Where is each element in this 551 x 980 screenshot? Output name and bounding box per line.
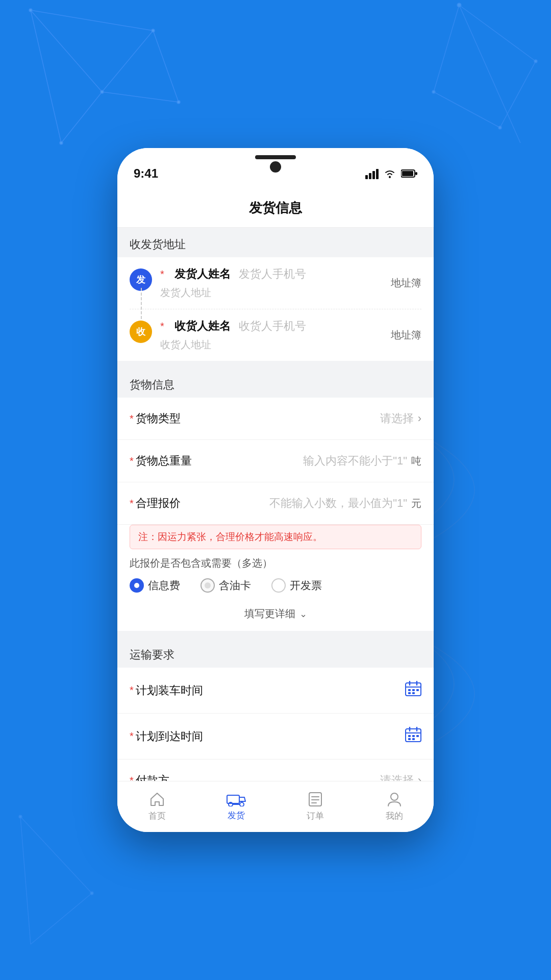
goods-price-row[interactable]: * 合理报价 不能输入小数，最小值为"1" 元: [117, 482, 434, 525]
svg-line-21: [20, 817, 92, 893]
nav-item-ship[interactable]: 发货: [196, 788, 276, 825]
svg-rect-42: [412, 692, 415, 694]
sender-row[interactable]: 发 * 发货人姓名 发货人手机号 发货人地址 地址簿: [130, 257, 421, 309]
signal-icon: [365, 168, 379, 179]
user-icon: [387, 792, 402, 807]
chevron-right-icon: ›: [418, 412, 421, 425]
svg-rect-52: [227, 795, 239, 803]
nav-item-orders[interactable]: 订单: [276, 788, 355, 826]
status-bar: 9:41: [117, 148, 434, 189]
goods-section-label: 货物信息: [117, 368, 434, 398]
load-time-row[interactable]: * 计划装车时间: [117, 668, 434, 714]
gap-1: [117, 361, 434, 368]
arrive-time-value: [203, 727, 421, 746]
nav-item-home[interactable]: 首页: [117, 788, 196, 826]
svg-line-15: [434, 5, 459, 92]
arrive-time-row[interactable]: * 计划到达时间: [117, 714, 434, 760]
load-time-value: [203, 681, 421, 700]
option-invoice[interactable]: 开发票: [271, 578, 322, 593]
receiver-avatar: 收: [130, 321, 152, 343]
svg-rect-39: [412, 689, 415, 691]
svg-rect-29: [376, 169, 379, 179]
sender-info: * 发货人姓名 发货人手机号 发货人地址: [160, 266, 391, 300]
svg-point-20: [432, 90, 435, 93]
svg-point-54: [240, 802, 244, 806]
svg-line-22: [31, 893, 92, 944]
notch-bar: [255, 155, 296, 159]
calendar-icon-2[interactable]: [405, 727, 421, 746]
svg-rect-51: [412, 738, 415, 740]
svg-point-9: [60, 141, 63, 144]
svg-rect-41: [408, 692, 411, 694]
receiver-info: * 收货人姓名 收货人手机号 收货人地址: [160, 318, 391, 352]
screen-content[interactable]: 收发货地址 发 * 发货人姓名 发货人手机号 发货人地址: [117, 228, 434, 781]
svg-line-4: [102, 31, 153, 92]
goods-weight-value: 输入内容不能小于"1" 吨: [192, 453, 421, 469]
svg-point-10: [152, 29, 155, 32]
receiver-address-book[interactable]: 地址簿: [391, 328, 421, 342]
svg-point-30: [389, 176, 391, 178]
svg-rect-38: [408, 689, 411, 691]
option-oil-card[interactable]: 含油卡: [201, 578, 251, 593]
svg-rect-50: [408, 738, 411, 740]
option-info-fee[interactable]: 信息费: [130, 578, 180, 593]
radio-invoice[interactable]: [271, 578, 286, 593]
nav-item-mine[interactable]: 我的: [355, 788, 434, 826]
camera: [270, 161, 281, 173]
svg-rect-27: [369, 173, 371, 179]
load-time-label: * 计划装车时间: [130, 683, 203, 698]
receiver-row[interactable]: 收 * 收货人姓名 收货人手机号 收货人地址 地址簿: [130, 309, 421, 361]
goods-price-label: * 合理报价: [130, 496, 181, 511]
receiver-phone-placeholder: 收货人手机号: [239, 318, 306, 334]
goods-card: * 货物类型 请选择 › * 货物总重量 输入内容不能小于"1": [117, 398, 434, 631]
chevron-right-payer: ›: [418, 774, 421, 781]
receiver-main-row: * 收货人姓名 收货人手机号: [160, 318, 391, 334]
transport-card: * 计划装车时间: [117, 668, 434, 781]
sender-phone-placeholder: 发货人手机号: [239, 266, 306, 282]
svg-line-23: [20, 817, 31, 944]
svg-point-19: [498, 126, 502, 129]
svg-point-25: [90, 892, 93, 895]
svg-line-3: [31, 10, 153, 31]
radio-oil-card[interactable]: [201, 578, 215, 593]
nav-label-home: 首页: [148, 810, 166, 822]
receiver-name-label: 收货人姓名: [174, 318, 231, 334]
payer-label: * 付款方: [130, 773, 169, 781]
svg-rect-26: [365, 175, 368, 179]
svg-line-2: [31, 10, 61, 143]
svg-rect-49: [416, 735, 419, 737]
calendar-icon-1[interactable]: [405, 681, 421, 700]
svg-rect-33: [415, 172, 417, 175]
address-card: 发 * 发货人姓名 发货人手机号 发货人地址 地址簿: [117, 257, 434, 361]
required-star: *: [160, 268, 164, 280]
transport-section-label: 运输要求: [117, 638, 434, 668]
svg-rect-40: [416, 689, 419, 691]
svg-rect-48: [412, 735, 415, 737]
svg-rect-28: [372, 171, 375, 179]
payer-row[interactable]: * 付款方 请选择 ›: [117, 760, 434, 781]
radio-info-fee[interactable]: [130, 578, 144, 593]
screen-header: 发货信息: [117, 189, 434, 228]
svg-point-60: [391, 793, 398, 800]
sender-address-book[interactable]: 地址簿: [391, 276, 421, 290]
svg-line-0: [31, 10, 102, 92]
svg-line-13: [500, 61, 536, 128]
sender-address-placeholder: 发货人地址: [160, 286, 391, 300]
nav-label-mine: 我的: [386, 810, 403, 822]
phone-frame: 9:41: [117, 148, 434, 832]
address-section-label: 收发货地址: [117, 228, 434, 257]
payer-value: 请选择 ›: [169, 773, 421, 781]
goods-type-label: * 货物类型: [130, 411, 181, 426]
svg-line-14: [434, 92, 500, 128]
goods-type-row[interactable]: * 货物类型 请选择 ›: [117, 398, 434, 440]
home-icon: [149, 792, 165, 807]
svg-line-5: [102, 92, 179, 102]
svg-point-24: [19, 815, 22, 818]
svg-line-12: [459, 5, 536, 61]
status-icons: [365, 168, 417, 179]
expand-details-button[interactable]: 填写更详细 ⌄: [117, 602, 434, 631]
svg-point-17: [457, 3, 461, 7]
goods-weight-row[interactable]: * 货物总重量 输入内容不能小于"1" 吨: [117, 440, 434, 482]
page-title: 发货信息: [249, 200, 302, 215]
goods-price-value: 不能输入小数，最小值为"1" 元: [181, 496, 421, 511]
